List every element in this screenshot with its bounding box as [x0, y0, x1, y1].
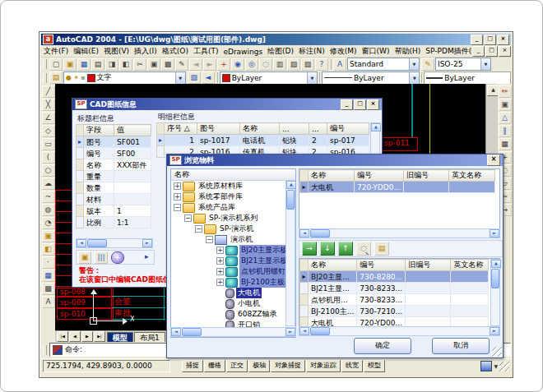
copy-icon[interactable]: ▣	[499, 99, 512, 111]
search-icon[interactable]: ◌	[356, 242, 371, 256]
tree-item-label[interactable]: SP-演示机	[218, 224, 255, 234]
menu-item[interactable]: 插入(I)	[132, 46, 160, 57]
circle-icon[interactable]: ○	[42, 164, 55, 177]
material-list-vscrollbar[interactable]: ▲	[490, 259, 500, 326]
plot-icon[interactable]: ▤	[91, 58, 104, 71]
tree-vscrollbar[interactable]: ▲	[285, 180, 295, 326]
tree-item-label[interactable]: 大电机	[236, 288, 262, 298]
column-header[interactable]: 旧编号	[404, 170, 449, 182]
match-properties-icon[interactable]: ✎	[175, 58, 188, 71]
scroll-thumb[interactable]	[310, 327, 330, 335]
redo-icon[interactable]: ►	[203, 58, 216, 71]
scroll-left-arrow[interactable]: ◄	[77, 239, 86, 247]
column-header[interactable]: 英文名称	[451, 260, 489, 271]
menu-item[interactable]: 视图(V)	[101, 46, 132, 57]
scroll-left-arrow[interactable]: ◄	[299, 229, 309, 238]
add-record-icon[interactable]: +	[111, 251, 124, 264]
cancel-button[interactable]: 取消	[432, 338, 490, 354]
scroll-up-arrow[interactable]: ▲	[286, 181, 296, 189]
tool-palettes-icon[interactable]: ▧	[301, 58, 314, 71]
tree-item[interactable]: 点钞机用螺钉部件	[171, 266, 295, 277]
table-row[interactable]: 材料	[77, 194, 151, 205]
layer-combo[interactable]: ● ☀ ▪ 文字 ▼	[63, 71, 186, 85]
selected-material-hscrollbar[interactable]: ◄ ►	[299, 228, 500, 238]
minimize-button[interactable]: _	[341, 99, 353, 110]
minimize-button[interactable]: _	[471, 35, 483, 45]
tree-item[interactable]: 大电机	[171, 288, 295, 298]
value-cell[interactable]: 1	[114, 205, 151, 217]
toolbar-more-arrow[interactable]: ▸	[145, 252, 149, 261]
ok-button[interactable]: 确定	[354, 338, 411, 354]
status-toggle-button[interactable]: 栅格	[204, 360, 225, 372]
table-row[interactable]: ▸ 1 sp-1017 电话机 铝块 2 sp-017	[157, 135, 369, 146]
status-toggle-button[interactable]: 模型	[364, 360, 385, 372]
mdi-close-button[interactable]: ×	[499, 46, 511, 57]
menu-item[interactable]: 窗口(W)	[360, 46, 392, 57]
hatch-icon[interactable]: ▦	[42, 270, 55, 282]
linetype-combo[interactable]: ByLayer ▼	[322, 71, 420, 85]
plot-preview-icon[interactable]: ◨	[105, 58, 118, 71]
tree-item-label[interactable]: BJ21主显示板	[239, 256, 289, 266]
tree-expand-icon[interactable]	[195, 225, 202, 233]
menu-item[interactable]: 帮助(H)	[392, 46, 424, 57]
tree-item[interactable]: BJ20主显示板	[171, 245, 295, 256]
offset-icon[interactable]: ∥	[499, 125, 512, 137]
scroll-thumb[interactable]	[286, 190, 295, 210]
zoom-previous-icon[interactable]: ◌	[259, 58, 272, 71]
tab-nav-arrow[interactable]: ◀	[69, 331, 81, 342]
tree-expand-icon[interactable]	[174, 182, 181, 190]
table-row[interactable]: 点钞机用... 730-8233...	[300, 294, 489, 306]
status-toggle-button[interactable]: 正交	[226, 360, 248, 372]
tree-item-label[interactable]: 608ZZ轴承	[236, 309, 279, 320]
tab-nav-arrow[interactable]: |◀	[57, 331, 68, 342]
toolbar-grip[interactable]	[43, 73, 47, 83]
tree-item-label[interactable]: SP-演示机系列	[207, 213, 259, 224]
text-style-icon[interactable]: A	[333, 58, 346, 71]
chevron-down-icon[interactable]: ▼	[307, 72, 317, 84]
table-row[interactable]: 重量	[77, 171, 151, 182]
close-button[interactable]: ×	[367, 99, 379, 110]
tree-item[interactable]: 608ZZ轴承	[171, 309, 295, 320]
tree-item-label[interactable]: 系统零部件库	[197, 191, 244, 202]
tree-item-label[interactable]: 系统原材料库	[197, 181, 244, 191]
chevron-down-icon[interactable]: ▼	[409, 72, 419, 84]
tree-item-label[interactable]: 系统产品库	[197, 202, 237, 213]
scroll-right-arrow[interactable]: ►	[490, 327, 499, 335]
arc-icon[interactable]: (	[42, 151, 55, 164]
scroll-up-arrow[interactable]: ▲	[491, 260, 501, 268]
tree-item-label[interactable]: BJ20主显示板	[239, 245, 289, 256]
tab-nav-arrow[interactable]: ▶|	[94, 331, 105, 342]
tree-item[interactable]: 演示机	[171, 234, 295, 245]
ellipse-icon[interactable]: ◍	[42, 204, 55, 216]
zoom-realtime-icon[interactable]: ◉	[231, 58, 244, 71]
value-cell[interactable]	[114, 182, 151, 194]
scroll-left-arrow[interactable]: ◄	[171, 328, 181, 336]
menu-item[interactable]: 修改(M)	[327, 46, 360, 57]
scroll-thumb[interactable]	[87, 239, 107, 247]
mdi-restore-button[interactable]: □	[485, 46, 498, 57]
value-cell[interactable]	[114, 171, 151, 182]
material-list-hscrollbar[interactable]: ◄ ►	[299, 326, 500, 336]
new-icon[interactable]: ▢	[49, 58, 63, 71]
browse-title-bar[interactable]: SP 浏览物料 ×	[167, 154, 503, 166]
column-header[interactable]: 名称	[240, 123, 280, 135]
column-header[interactable]: 序号 △	[165, 123, 197, 135]
mirror-icon[interactable]: △	[499, 112, 512, 124]
make-block-icon[interactable]: ◧	[42, 243, 55, 256]
tree-item[interactable]: 系统产品库	[171, 202, 295, 213]
scroll-right-arrow[interactable]: ►	[490, 229, 499, 238]
menu-item[interactable]: 标注(N)	[296, 46, 327, 57]
region-icon[interactable]: ▩	[42, 283, 55, 295]
scroll-thumb[interactable]	[310, 229, 330, 238]
copy-icon[interactable]: ▣	[147, 58, 160, 71]
mtext-icon[interactable]: A	[42, 296, 55, 308]
status-toggle-button[interactable]: 捕捉	[182, 360, 203, 372]
tree-item-label[interactable]: 演示机	[229, 234, 254, 245]
help-icon[interactable]: ?	[315, 58, 328, 71]
color-combo[interactable]: ByLayer ▼	[220, 71, 318, 85]
dialog-resize-grip[interactable]	[492, 347, 502, 357]
menu-item[interactable]: 工具(T)	[191, 46, 221, 57]
table-row[interactable]: 比例 1:1	[77, 217, 151, 228]
scroll-up-arrow[interactable]: ▲	[371, 123, 381, 131]
chevron-down-icon[interactable]: ▼	[409, 58, 419, 70]
